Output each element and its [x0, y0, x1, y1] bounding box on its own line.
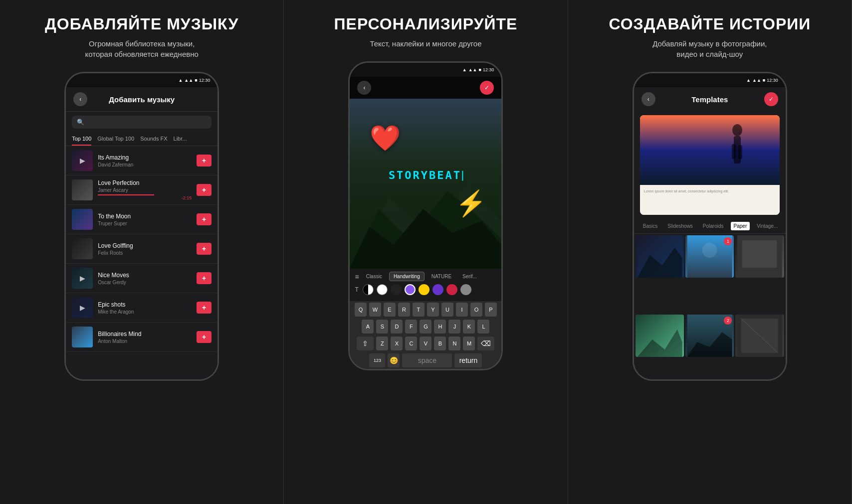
key-b[interactable]: B [434, 336, 446, 350]
add-track-btn-7[interactable]: + [197, 331, 212, 343]
key-q[interactable]: Q [355, 303, 367, 317]
font-classic-btn[interactable]: Classic [362, 272, 386, 281]
key-f[interactable]: F [405, 320, 417, 334]
template-cell-4[interactable] [636, 315, 684, 357]
font-nature-btn[interactable]: NATURE [427, 272, 455, 281]
key-m[interactable]: M [463, 336, 475, 350]
key-u[interactable]: U [441, 303, 453, 317]
key-s[interactable]: S [376, 320, 388, 334]
color-slash[interactable] [363, 284, 374, 295]
key-return[interactable]: return [454, 353, 482, 367]
heart-sticker[interactable]: ❤️ [370, 124, 401, 153]
font-style-row: ≡ Classic Handwriting NATURE Serif... [355, 272, 496, 281]
key-shift[interactable]: ⇧ [357, 336, 374, 350]
key-d[interactable]: D [391, 320, 403, 334]
color-black[interactable] [391, 284, 402, 295]
list-item[interactable]: ▶ Epic shots Mike the Aragon + [66, 293, 217, 323]
key-t[interactable]: T [413, 303, 425, 317]
key-emoji[interactable]: 😊 [388, 353, 400, 367]
key-l[interactable]: L [477, 320, 489, 334]
key-j[interactable]: J [448, 320, 460, 334]
add-track-btn-5[interactable]: + [197, 272, 212, 284]
color-picker-row: T [355, 284, 496, 295]
color-purple[interactable] [405, 284, 416, 295]
font-handwriting-btn[interactable]: Handwriting [389, 272, 425, 281]
tab-sounds[interactable]: Sounds FX [140, 133, 167, 146]
key-h[interactable]: H [434, 320, 446, 334]
cat-slideshows[interactable]: Slideshows [664, 222, 696, 230]
stories-confirm-btn[interactable]: ✓ [764, 92, 778, 106]
cat-basics[interactable]: Basics [640, 222, 660, 230]
template-svg-1 [636, 235, 684, 278]
font-serif-btn[interactable]: Serif... [458, 272, 481, 281]
add-track-btn-4[interactable]: + [197, 243, 212, 255]
cat-paper[interactable]: Paper [731, 222, 750, 230]
track-info-1: Its Amazing David Zaferman [98, 154, 192, 168]
color-violet[interactable] [432, 284, 443, 295]
align-icon[interactable]: ≡ [355, 273, 359, 281]
category-tabs: Basics Slideshows Polaroids Paper Vintag… [634, 219, 786, 234]
storybeat-text[interactable]: STORYBEAT [389, 169, 463, 181]
track-thumb-6: ▶ [72, 297, 93, 318]
text-cursor [462, 171, 463, 181]
play-icon-5: ▶ [72, 268, 93, 289]
search-bar[interactable]: 🔍 [72, 116, 212, 129]
template-cell-5[interactable]: 2 [685, 315, 734, 357]
key-e[interactable]: E [384, 303, 396, 317]
key-p[interactable]: P [485, 303, 497, 317]
panel2-subtitle: Текст, наклейки и многое другое [370, 38, 481, 49]
play-icon-2 [72, 179, 93, 200]
template-cell-3[interactable] [735, 235, 784, 278]
key-numbers[interactable]: 123 [369, 353, 385, 367]
list-item[interactable]: To the Moon Truper Super + [66, 205, 217, 234]
add-track-btn-3[interactable]: + [197, 213, 212, 225]
template-cell-2[interactable]: 1 [685, 235, 734, 278]
key-x[interactable]: X [391, 336, 403, 350]
list-item[interactable]: ▶ Nice Moves Oscar Gerdy + [66, 264, 217, 293]
key-y[interactable]: Y [427, 303, 439, 317]
list-item[interactable]: ▶ Its Amazing David Zaferman + [66, 146, 217, 175]
template-cell-1[interactable] [636, 235, 684, 278]
cat-vintage[interactable]: Vintage... [754, 222, 781, 230]
add-track-btn-1[interactable]: + [197, 155, 212, 167]
editor-confirm-button[interactable]: ✓ [480, 81, 494, 95]
tab-global[interactable]: Global Top 100 [97, 133, 134, 146]
key-o[interactable]: O [470, 303, 482, 317]
tab-library[interactable]: Libr... [174, 133, 187, 146]
color-white[interactable] [377, 284, 388, 295]
key-z[interactable]: Z [376, 336, 388, 350]
stories-header: ‹ Templates ✓ [634, 87, 786, 111]
color-yellow[interactable] [419, 284, 429, 295]
keyboard-row-3: ⇧ Z X C V B N M ⌫ [350, 335, 501, 352]
key-a[interactable]: A [362, 320, 374, 334]
stories-header-title: Templates [660, 95, 759, 104]
back-button-3[interactable]: ‹ [641, 92, 655, 106]
music-screen: ‹ Добавить музыку 🔍 Top 100 Global Top 1… [66, 87, 217, 381]
key-i[interactable]: I [456, 303, 468, 317]
lightning-sticker[interactable]: ⚡ [455, 189, 486, 218]
key-c[interactable]: C [405, 336, 417, 350]
list-item[interactable]: Billionaires Mind Anton Malton + [66, 323, 217, 352]
key-r[interactable]: R [398, 303, 410, 317]
cat-polaroids[interactable]: Polaroids [700, 222, 727, 230]
key-k[interactable]: K [463, 320, 475, 334]
panel2-title: ПЕРСОНАЛИЗИРУЙТЕ [334, 15, 518, 33]
list-item[interactable]: Love Golffing Felix Roots + [66, 234, 217, 264]
add-track-btn-2[interactable]: + [197, 184, 212, 196]
key-v[interactable]: V [420, 336, 431, 350]
list-item[interactable]: Love Perfection Jamer Ascary -2:15 + [66, 175, 217, 205]
back-button-1[interactable]: ‹ [73, 92, 87, 106]
key-space[interactable]: space [402, 353, 452, 367]
key-delete[interactable]: ⌫ [477, 336, 494, 350]
key-n[interactable]: N [448, 336, 460, 350]
key-g[interactable]: G [420, 320, 431, 334]
color-gray[interactable] [460, 284, 471, 295]
template-cell-6[interactable] [735, 315, 784, 357]
add-track-btn-6[interactable]: + [197, 302, 212, 314]
color-red[interactable] [446, 284, 457, 295]
key-w[interactable]: W [369, 303, 381, 317]
text-icon: T [355, 286, 358, 293]
stories-screen: ‹ Templates ✓ [634, 87, 786, 381]
editor-back-button[interactable]: ‹ [357, 81, 371, 95]
tab-top100[interactable]: Top 100 [72, 133, 91, 146]
